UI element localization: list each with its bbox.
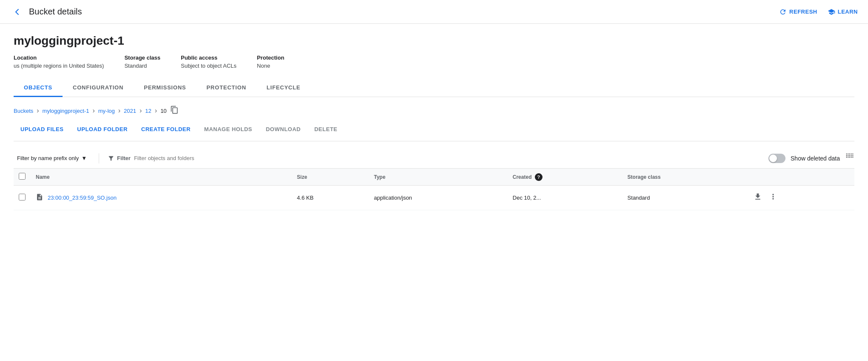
filter-icon	[108, 155, 114, 162]
created-info-icon[interactable]: ?	[535, 173, 542, 181]
header-actions-cell	[747, 169, 854, 186]
row-created: Dec 10, 2...	[508, 186, 622, 210]
row-storage-class: Standard	[622, 186, 747, 210]
bucket-meta: Location us (multiple regions in United …	[14, 54, 854, 69]
breadcrumb-sep-2: ›	[92, 107, 94, 115]
tab-objects[interactable]: OBJECTS	[14, 79, 63, 97]
location-label: Location	[14, 54, 104, 61]
upload-folder-button[interactable]: UPLOAD FOLDER	[70, 123, 134, 136]
select-all-checkbox[interactable]	[19, 173, 26, 180]
tabs: OBJECTS CONFIGURATION PERMISSIONS PROTEC…	[14, 79, 854, 97]
row-checkbox-cell	[14, 186, 31, 210]
row-size: 4.6 KB	[292, 186, 369, 210]
row-actions	[752, 191, 849, 205]
protection-value: None	[257, 63, 284, 69]
breadcrumb-sep-5: ›	[155, 107, 157, 115]
filter-divider	[99, 153, 99, 163]
filter-icon-group: Filter	[108, 155, 131, 162]
header-created: Created ?	[508, 169, 622, 186]
breadcrumb-sep-4: ›	[140, 107, 142, 115]
top-bar-right: REFRESH LEARN	[779, 8, 858, 16]
tab-configuration[interactable]: CONFIGURATION	[63, 79, 134, 97]
back-button[interactable]	[10, 5, 24, 19]
breadcrumb-sep-1: ›	[37, 107, 39, 115]
storage-class-label: Storage class	[124, 54, 160, 61]
meta-location: Location us (multiple regions in United …	[14, 54, 104, 69]
header-storage-class: Storage class	[622, 169, 747, 186]
row-type: application/json	[369, 186, 508, 210]
refresh-button[interactable]: REFRESH	[779, 8, 817, 16]
breadcrumb-12[interactable]: 12	[145, 108, 151, 114]
row-checkbox[interactable]	[19, 194, 26, 201]
meta-public-access: Public access Subject to object ACLs	[181, 54, 237, 69]
download-button[interactable]: DOWNLOAD	[259, 123, 308, 136]
learn-label: LEARN	[838, 9, 858, 15]
copy-path-icon[interactable]	[170, 106, 179, 116]
filter-bar: Filter by name prefix only ▼ Filter Show…	[14, 148, 854, 169]
filter-dropdown-label: Filter by name prefix only	[17, 155, 79, 161]
breadcrumb-project[interactable]: myloggingproject-1	[43, 108, 89, 114]
upload-files-button[interactable]: UPLOAD FILES	[14, 123, 70, 136]
manage-holds-button[interactable]: MANAGE HOLDS	[197, 123, 259, 136]
top-bar: Bucket details REFRESH LEARN	[0, 0, 868, 24]
public-access-label: Public access	[181, 54, 237, 61]
row-actions-cell	[747, 186, 854, 210]
breadcrumb-sep-3: ›	[118, 107, 120, 115]
learn-button[interactable]: LEARN	[828, 8, 858, 16]
tab-lifecycle[interactable]: LIFECYCLE	[257, 79, 311, 97]
action-buttons: UPLOAD FILES UPLOAD FOLDER CREATE FOLDER…	[14, 123, 854, 141]
breadcrumb-2021[interactable]: 2021	[124, 108, 136, 114]
page-title: Bucket details	[29, 7, 82, 17]
row-more-button[interactable]	[767, 191, 779, 205]
create-folder-button[interactable]: CREATE FOLDER	[134, 123, 197, 136]
header-checkbox-cell	[14, 169, 31, 186]
filter-right: Show deleted data	[768, 152, 854, 164]
chevron-down-icon: ▼	[81, 155, 87, 161]
main-content: myloggingproject-1 Location us (multiple…	[0, 24, 868, 221]
breadcrumb-mylog[interactable]: my-log	[98, 108, 115, 114]
delete-button[interactable]: DELETE	[308, 123, 344, 136]
public-access-value: Subject to object ACLs	[181, 63, 237, 69]
filter-input[interactable]	[134, 155, 762, 161]
row-download-button[interactable]	[752, 191, 764, 205]
toggle-slider	[768, 154, 785, 163]
row-name-cell: 23:00:00_23:59:59_SO.json	[31, 186, 292, 210]
bucket-name: myloggingproject-1	[14, 34, 854, 48]
tab-permissions[interactable]: PERMISSIONS	[134, 79, 196, 97]
location-value: us (multiple regions in United States)	[14, 63, 104, 69]
filter-label: Filter	[117, 155, 131, 161]
top-bar-left: Bucket details	[10, 5, 82, 19]
header-size: Size	[292, 169, 369, 186]
objects-table: Name Size Type Created ? Storage class	[14, 169, 854, 210]
breadcrumb-buckets[interactable]: Buckets	[14, 108, 33, 114]
tab-protection[interactable]: PROTECTION	[196, 79, 256, 97]
breadcrumb: Buckets › myloggingproject-1 › my-log › …	[14, 106, 854, 116]
row-file-name[interactable]: 23:00:00_23:59:59_SO.json	[48, 195, 117, 201]
protection-label: Protection	[257, 54, 284, 61]
header-type: Type	[369, 169, 508, 186]
filter-dropdown[interactable]: Filter by name prefix only ▼	[14, 152, 90, 164]
breadcrumb-current: 10	[160, 108, 166, 114]
refresh-label: REFRESH	[789, 9, 817, 15]
show-deleted-toggle[interactable]	[768, 154, 785, 163]
table-header-row: Name Size Type Created ? Storage class	[14, 169, 854, 186]
table-row: 23:00:00_23:59:59_SO.json 4.6 KB applica…	[14, 186, 854, 210]
density-icon[interactable]	[845, 152, 854, 164]
show-deleted-label: Show deleted data	[791, 155, 840, 162]
storage-class-value: Standard	[124, 63, 160, 69]
header-name: Name	[31, 169, 292, 186]
filter-input-group: Filter	[108, 155, 762, 162]
meta-protection: Protection None	[257, 54, 284, 69]
meta-storage-class: Storage class Standard	[124, 54, 160, 69]
file-icon	[36, 193, 43, 203]
file-row: 23:00:00_23:59:59_SO.json	[36, 193, 287, 203]
